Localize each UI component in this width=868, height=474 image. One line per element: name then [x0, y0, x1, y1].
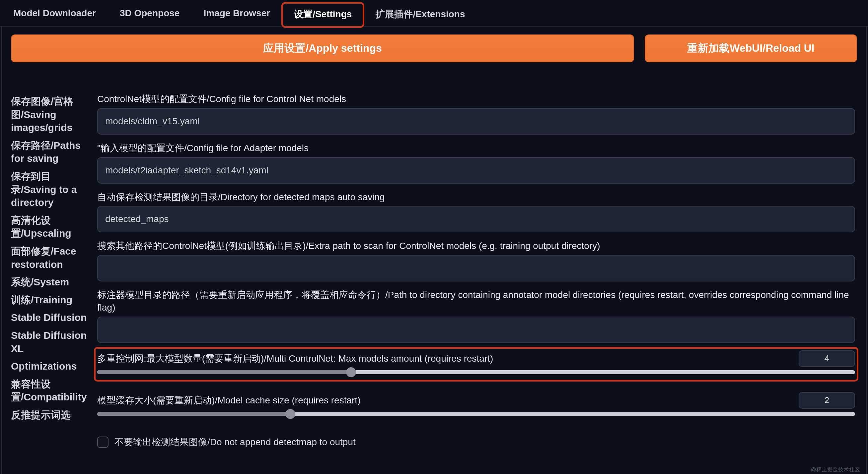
- label-adapter-config: "输入模型的配置文件/Config file for Adapter model…: [97, 142, 855, 155]
- label-detected-maps-dir: 自动保存检测结果图像的目录/Directory for detected map…: [97, 191, 855, 204]
- slider-thumb-max-models[interactable]: [346, 367, 356, 377]
- settings-form: ControlNet模型的配置文件/Config file for Contro…: [97, 93, 857, 465]
- label-no-detectmap: 不要输出检测结果图像/Do not append detectmap to ou…: [115, 436, 356, 448]
- tab-model-downloader[interactable]: Model Downloader: [1, 3, 108, 27]
- sidebar-item-paths-saving[interactable]: 保存路径/Paths for saving: [11, 137, 88, 167]
- slider-max-models[interactable]: [97, 370, 855, 374]
- sidebar-item-optimizations[interactable]: Optimizations: [11, 358, 88, 375]
- settings-sidebar: 保存图像/宫格图/Saving images/grids 保存路径/Paths …: [11, 93, 88, 465]
- field-detected-maps-dir: 自动保存检测结果图像的目录/Directory for detected map…: [97, 191, 855, 233]
- input-annotator-path[interactable]: [97, 316, 855, 343]
- settings-panel: 应用设置/Apply settings 重新加载WebUI/Reload UI …: [1, 27, 867, 474]
- input-detected-maps-dir[interactable]: [97, 206, 855, 232]
- reload-ui-button[interactable]: 重新加载WebUI/Reload UI: [645, 34, 857, 62]
- field-annotator-path: 标注器模型目录的路径（需要重新启动应用程序，将覆盖相应命令行）/Path to …: [97, 289, 855, 343]
- field-controlnet-config: ControlNet模型的配置文件/Config file for Contro…: [97, 93, 855, 135]
- input-controlnet-config[interactable]: [97, 108, 855, 135]
- sidebar-item-system[interactable]: 系统/System: [11, 273, 88, 291]
- slider-cache-size[interactable]: [97, 412, 855, 416]
- input-extra-path[interactable]: [97, 255, 855, 281]
- top-tabs: Model Downloader 3D Openpose Image Brows…: [0, 0, 868, 27]
- label-cache-size: 模型缓存大小(需要重新启动)/Model cache size (require…: [97, 394, 791, 407]
- slider-fill-cache-size: [97, 412, 290, 416]
- field-cache-size: 模型缓存大小(需要重新启动)/Model cache size (require…: [97, 392, 855, 427]
- input-adapter-config[interactable]: [97, 157, 855, 183]
- tab-extensions[interactable]: 扩展插件/Extensions: [364, 3, 477, 27]
- settings-content: 保存图像/宫格图/Saving images/grids 保存路径/Paths …: [11, 93, 857, 465]
- sidebar-item-face-restoration[interactable]: 面部修复/Face restoration: [11, 243, 88, 273]
- sidebar-item-stable-diffusion-xl[interactable]: Stable Diffusion XL: [11, 327, 88, 357]
- label-controlnet-config: ControlNet模型的配置文件/Config file for Contro…: [97, 93, 855, 105]
- sidebar-item-saving-directory[interactable]: 保存到目录/Saving to a directory: [11, 168, 88, 211]
- action-buttons: 应用设置/Apply settings 重新加载WebUI/Reload UI: [11, 34, 857, 62]
- slider-thumb-cache-size[interactable]: [285, 409, 295, 419]
- sidebar-item-stable-diffusion[interactable]: Stable Diffusion: [11, 309, 88, 326]
- sidebar-item-compatibility[interactable]: 兼容性设置/Compatibility: [11, 376, 88, 406]
- sidebar-item-upscaling[interactable]: 高清化设置/Upscaling: [11, 212, 88, 242]
- sidebar-item-training[interactable]: 训练/Training: [11, 291, 88, 309]
- value-cache-size[interactable]: 2: [799, 392, 855, 409]
- field-extra-path: 搜索其他路径的ControlNet模型(例如训练输出目录)/Extra path…: [97, 240, 855, 281]
- tab-3d-openpose[interactable]: 3D Openpose: [108, 3, 191, 27]
- label-extra-path: 搜索其他路径的ControlNet模型(例如训练输出目录)/Extra path…: [97, 240, 855, 252]
- tab-settings[interactable]: 设置/Settings: [282, 3, 364, 27]
- sidebar-item-saving-images[interactable]: 保存图像/宫格图/Saving images/grids: [11, 93, 88, 136]
- field-no-detectmap[interactable]: 不要输出检测结果图像/Do not append detectmap to ou…: [97, 436, 855, 448]
- checkbox-no-detectmap[interactable]: [97, 437, 108, 448]
- apply-settings-button[interactable]: 应用设置/Apply settings: [11, 34, 634, 62]
- label-annotator-path: 标注器模型目录的路径（需要重新启动应用程序，将覆盖相应命令行）/Path to …: [97, 289, 855, 314]
- field-adapter-config: "输入模型的配置文件/Config file for Adapter model…: [97, 142, 855, 183]
- slider-fill-max-models: [97, 370, 351, 374]
- sidebar-item-interrogate[interactable]: 反推提示词选: [11, 406, 88, 424]
- tab-image-browser[interactable]: Image Browser: [191, 3, 282, 27]
- watermark-text: @稀土掘金技术社区: [811, 466, 860, 473]
- value-max-models[interactable]: 4: [799, 350, 855, 367]
- field-max-models: 多重控制网:最大模型数量(需要重新启动)/Multi ControlNet: M…: [97, 350, 855, 385]
- label-max-models: 多重控制网:最大模型数量(需要重新启动)/Multi ControlNet: M…: [97, 352, 791, 365]
